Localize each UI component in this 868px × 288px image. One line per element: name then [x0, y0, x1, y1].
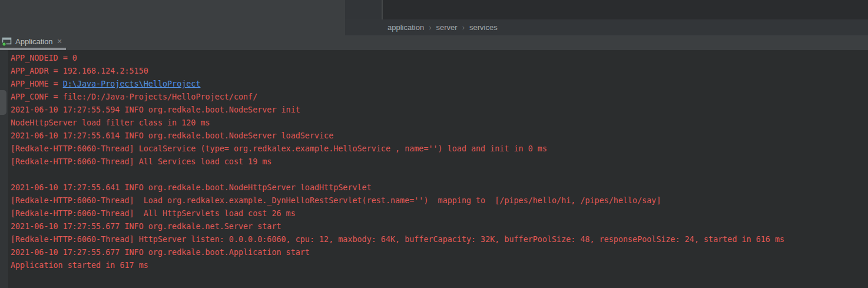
console-output[interactable]: APP_NODEID = 0APP_ADDR = 192.168.124.2:5…: [0, 50, 868, 288]
log-line: 2021-06-10 17:27:55.594 INFO org.redkale…: [11, 104, 868, 117]
log-line: APP_NODEID = 0: [11, 52, 868, 65]
breadcrumb-item-server[interactable]: server: [436, 23, 458, 32]
gutter-scroll-handle[interactable]: [0, 90, 6, 115]
log-line: [Redkale-HTTP:6060-Thread] HttpServer li…: [11, 233, 868, 246]
log-line: [Redkale-HTTP:6060-Thread] All HttpServl…: [11, 207, 868, 220]
breadcrumb-item-application[interactable]: application: [387, 23, 424, 32]
editor-area-left: [345, 0, 382, 19]
log-line: Application started in 617 ms: [11, 259, 868, 272]
log-line: 2021-06-10 17:27:55.677 INFO org.redkale…: [11, 220, 868, 233]
tab-label: Application: [15, 37, 53, 46]
breadcrumb-separator-icon: ›: [429, 23, 431, 32]
log-line: [Redkale-HTTP:6060-Thread] All Services …: [11, 155, 868, 168]
log-line: 2021-06-10 17:27:55.677 INFO org.redkale…: [11, 246, 868, 259]
tool-window-panel: [0, 0, 345, 35]
log-line: NodeHttpServer load filter class in 120 …: [11, 117, 868, 130]
log-line: [11, 168, 868, 181]
file-path-link[interactable]: D:\Java-Projects\HelloProject: [63, 80, 201, 88]
tab-application[interactable]: Application ✕: [0, 35, 66, 48]
console-gutter: [0, 50, 8, 288]
breadcrumb-item-services[interactable]: services: [469, 23, 498, 32]
log-area: APP_NODEID = 0APP_ADDR = 192.168.124.2:5…: [11, 52, 868, 272]
console-tab-bar: Application ✕: [0, 35, 868, 50]
ide-window: application›server›services Application …: [0, 0, 868, 288]
breadcrumb: application›server›services: [345, 19, 868, 35]
close-icon[interactable]: ✕: [57, 38, 62, 45]
log-line: APP_HOME = D:\Java-Projects\HelloProject: [11, 78, 868, 91]
log-line: APP_CONF = file:/D:/Java-Projects/HelloP…: [11, 91, 868, 104]
log-line: 2021-06-10 17:27:55.614 INFO org.redkale…: [11, 130, 868, 143]
log-line-prefix: APP_HOME =: [11, 80, 63, 88]
run-console-icon: [2, 37, 12, 47]
log-line: APP_ADDR = 192.168.124.2:5150: [11, 65, 868, 78]
log-line: [Redkale-HTTP:6060-Thread] Load org.redk…: [11, 194, 868, 207]
editor-area: [383, 0, 868, 19]
breadcrumb-separator-icon: ›: [462, 23, 465, 32]
log-line: 2021-06-10 17:27:55.641 INFO org.redkale…: [11, 181, 868, 194]
log-line: [Redkale-HTTP:6060-Thread] LocalService …: [11, 143, 868, 155]
